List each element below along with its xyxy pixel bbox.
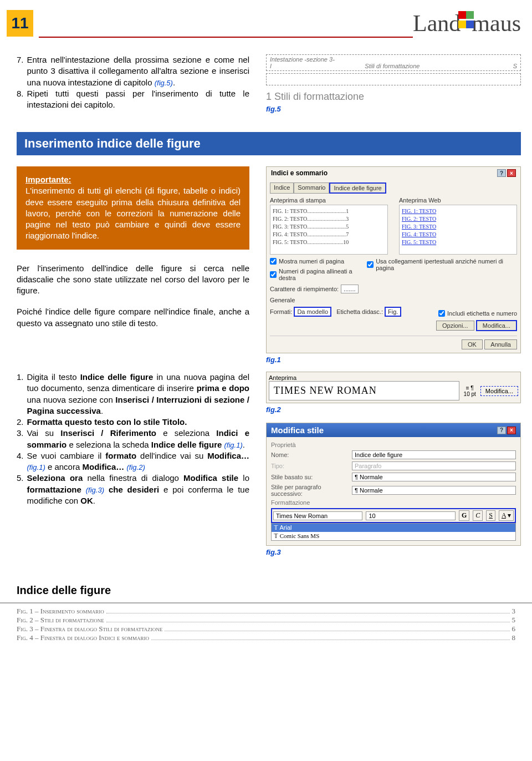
- font-color-button[interactable]: A ▾: [499, 510, 514, 521]
- figure-5: Intestazione -sezione 3- I Stili di form…: [266, 54, 521, 113]
- successivo-dropdown[interactable]: ¶ Normale: [352, 486, 516, 495]
- close-icon[interactable]: ×: [507, 169, 516, 177]
- logo: Land maus: [413, 10, 521, 37]
- fig2-label: fig.2: [266, 405, 521, 414]
- chk-use-hyperlinks[interactable]: [367, 261, 374, 268]
- tab-sommario[interactable]: Sommario: [294, 182, 329, 194]
- chk-show-page-numbers[interactable]: [270, 258, 277, 265]
- font-dropdown[interactable]: Times New Roman: [273, 511, 362, 520]
- page-header: 11 Land maus: [0, 0, 532, 38]
- opzioni-button[interactable]: Opzioni...: [436, 321, 474, 331]
- close-icon[interactable]: ×: [507, 427, 516, 434]
- section-title: Inserimento indice delle figure: [17, 132, 521, 155]
- tipo-field: Paragrafo: [352, 461, 516, 470]
- logo-swatches: [458, 11, 474, 30]
- font-sample: TIMES NEW ROMAN: [269, 381, 459, 400]
- size-field[interactable]: 10: [366, 511, 455, 520]
- etichetta-dropdown[interactable]: Fig.: [385, 307, 401, 317]
- tab-indice[interactable]: Indice: [270, 182, 294, 194]
- logo-text-left: Land: [413, 10, 461, 37]
- modifica-button[interactable]: Modifica...: [476, 320, 517, 331]
- bold-button[interactable]: G: [459, 510, 469, 521]
- anteprima-panel: Anteprima TIMES NEW ROMAN ≡ ¶ 10 pt Modi…: [266, 372, 521, 403]
- indice-output-list: Fig. 1 – Inserimento sommario3 Fig. 2 – …: [0, 602, 532, 642]
- indici-sommario-dialog: Indici e sommario ?× Indice Sommario Ind…: [266, 166, 521, 353]
- help-icon[interactable]: ?: [497, 427, 506, 434]
- header-rule: [39, 37, 413, 38]
- formati-dropdown[interactable]: Da modello: [294, 307, 331, 317]
- steps-list: 1. Digita il testo Indice delle figure i…: [17, 372, 249, 556]
- anteprima-modifica-button[interactable]: Modifica...: [480, 386, 518, 396]
- important-box: Importante: L'inserimento di tutti gli e…: [17, 166, 249, 250]
- fig5-label: fig.5: [266, 105, 521, 113]
- chk-right-align-numbers[interactable]: [270, 271, 277, 278]
- basato-dropdown[interactable]: ¶ Normale: [352, 473, 516, 481]
- nome-field[interactable]: Indice delle figure: [352, 450, 516, 459]
- fig1-label: fig.1: [266, 356, 521, 364]
- web-preview: FIG. 1: TESTO FIG. 2: TESTO FIG. 3: TEST…: [399, 205, 517, 255]
- page-number: 11: [7, 10, 33, 37]
- para2: Poiché l'indice delle figure compare nel…: [17, 306, 249, 329]
- font-dropdown-list[interactable]: 𝕋 Arial 𝕋 Comic Sans MS: [271, 523, 516, 541]
- para1: Per l'inserimento dell'indice delle figu…: [17, 263, 249, 297]
- fill-char-dropdown[interactable]: .......: [341, 285, 358, 293]
- tab-indice-figure[interactable]: Indice delle figure: [329, 182, 386, 194]
- fig3-label: fig.3: [266, 548, 521, 556]
- help-icon[interactable]: ?: [497, 169, 506, 177]
- modifica-stile-dialog: Modifica stile ?× Proprietà Nome:Indice …: [266, 423, 521, 546]
- logo-text-right: maus: [472, 10, 521, 37]
- ok-button[interactable]: OK: [462, 339, 483, 349]
- underline-button[interactable]: S: [486, 510, 495, 521]
- intro-list: 7. Entra nell'intestazione della prossim…: [17, 54, 249, 113]
- chk-include-label[interactable]: [438, 310, 445, 317]
- italic-button[interactable]: C: [473, 510, 483, 521]
- indice-output-title: Indice delle figure: [17, 584, 532, 597]
- annulla-button[interactable]: Annulla: [484, 339, 517, 349]
- print-preview: FIG. 1: TESTO...........................…: [270, 205, 388, 255]
